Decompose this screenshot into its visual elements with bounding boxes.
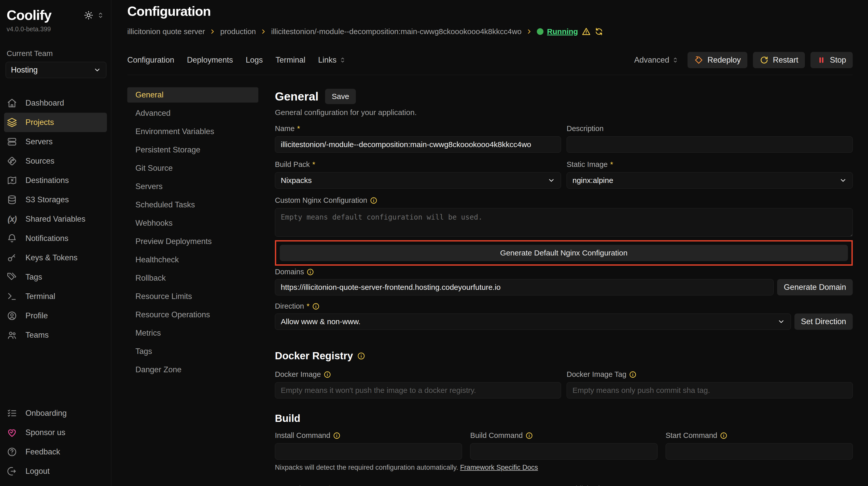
info-icon[interactable] [357,352,365,360]
start-command-label: Start Command [665,431,717,440]
subnav-rollback[interactable]: Rollback [127,270,258,286]
info-icon[interactable] [333,432,341,440]
sidebar-item-feedback[interactable]: Feedback [4,442,107,461]
subnav-advanced[interactable]: Advanced [127,106,258,121]
theme-toggle-sun-icon[interactable] [84,11,93,20]
domains-input[interactable] [275,279,774,295]
sidebar-footer: Onboarding Sponsor us Feedback Logout [4,403,107,481]
tab-bar: Configuration Deployments Logs Terminal … [127,52,853,75]
subnav-git-source[interactable]: Git Source [127,161,258,176]
sidebar-item-onboarding[interactable]: Onboarding [4,403,107,423]
tab-configuration[interactable]: Configuration [127,56,174,65]
install-command-input[interactable] [275,443,462,459]
sidebar-item-servers[interactable]: Servers [4,132,107,152]
key-icon [7,253,17,263]
subnav-scheduled-tasks[interactable]: Scheduled Tasks [127,197,258,213]
subnav-persistent-storage[interactable]: Persistent Storage [127,142,258,158]
home-icon [7,98,17,108]
sidebar-item-projects[interactable]: Projects [4,113,107,132]
chevron-right-icon [526,28,533,35]
subnav-metrics[interactable]: Metrics [127,325,258,341]
subnav-tags[interactable]: Tags [127,344,258,359]
subnav-healthcheck[interactable]: Healthcheck [127,252,258,267]
sidebar-item-keys-tokens[interactable]: Keys & Tokens [4,248,107,267]
subnav-resource-operations[interactable]: Resource Operations [127,307,258,322]
start-command-input[interactable] [665,443,853,459]
info-icon[interactable] [312,302,320,310]
git-source-icon [7,156,17,166]
chevrons-up-down-icon [339,57,346,64]
sidebar-item-dashboard[interactable]: Dashboard [4,93,107,113]
tab-logs[interactable]: Logs [246,56,263,65]
name-input[interactable] [275,136,561,153]
build-command-input[interactable] [470,443,657,459]
static-image-select[interactable]: nginx:alpine [567,172,853,189]
subnav-servers[interactable]: Servers [127,179,258,194]
info-icon[interactable] [720,432,727,440]
coolify-app: Coolify v4.0.0-beta.399 Current Team Hos… [0,0,868,486]
custom-nginx-textarea[interactable] [275,208,853,237]
info-icon[interactable] [307,268,314,276]
info-icon[interactable] [323,371,331,378]
subnav-webhooks[interactable]: Webhooks [127,216,258,231]
sidebar-item-tags[interactable]: Tags [4,267,107,287]
general-form: General Save General configuration for y… [275,87,853,486]
sidebar-item-logout[interactable]: Logout [4,461,107,481]
tab-deployments[interactable]: Deployments [187,56,233,65]
sidebar-item-sponsor[interactable]: Sponsor us [4,423,107,442]
breadcrumb-project[interactable]: illicitonion quote server [127,27,205,36]
sidebar-item-s3-storages[interactable]: S3 Storages [4,190,107,209]
subnav-resource-limits[interactable]: Resource Limits [127,289,258,304]
status-running-link[interactable]: Running [547,27,578,36]
sidebar-item-teams[interactable]: Teams [4,325,107,345]
set-direction-button[interactable]: Set Direction [795,314,853,330]
framework-docs-link[interactable]: Framework Specific Docs [460,464,538,471]
sidebar-item-label: Teams [26,330,49,340]
build-pack-label: Build Pack [275,160,310,169]
breadcrumb-environment[interactable]: production [220,27,256,36]
generate-domain-button[interactable]: Generate Domain [777,279,853,295]
tab-links[interactable]: Links [318,56,346,65]
breadcrumb-application[interactable]: illicitestonion/-module--decomposition:m… [271,27,522,36]
sidebar-item-shared-variables[interactable]: (x) Shared Variables [4,209,107,229]
sidebar-item-label: Dashboard [26,98,64,108]
stop-button[interactable]: Stop [810,52,853,68]
info-icon[interactable] [629,371,637,378]
sidebar-item-terminal[interactable]: Terminal [4,287,107,306]
terminal-icon [7,291,17,301]
subnav-general[interactable]: General [127,87,258,102]
refresh-icon[interactable] [594,27,603,36]
info-icon[interactable] [370,197,377,204]
docker-image-tag-input[interactable] [567,382,853,398]
team-select[interactable]: Hosting [6,62,106,78]
sidebar-item-label: Feedback [26,447,60,456]
direction-select[interactable]: Allow www & non-www. [275,314,791,330]
redeploy-button[interactable]: Redeploy [687,52,747,68]
build-pack-select[interactable]: Nixpacks [275,172,561,189]
docker-image-input[interactable] [275,382,561,398]
warning-triangle-icon[interactable] [582,27,591,36]
tab-terminal[interactable]: Terminal [276,56,306,65]
generate-nginx-config-button[interactable]: Generate Default Nginx Configuration [280,245,848,261]
app-logo: Coolify [7,7,52,23]
sidebar-item-notifications[interactable]: Notifications [4,229,107,248]
name-label: Name [275,124,294,133]
sidebar-item-destinations[interactable]: Destinations [4,171,107,190]
sidebar-item-label: Logout [26,467,50,476]
info-icon[interactable] [326,485,334,486]
sidebar-item-sources[interactable]: Sources [4,152,107,171]
subnav-preview-deployments[interactable]: Preview Deployments [127,234,258,249]
nixpacks-note-text: Nixpacks will detect the required config… [275,464,458,471]
help-circle-icon [7,447,17,457]
restart-button[interactable]: Restart [753,52,805,68]
subnav-danger-zone[interactable]: Danger Zone [127,362,258,377]
subnav-environment-variables[interactable]: Environment Variables [127,124,258,139]
info-icon[interactable] [525,432,533,440]
description-input[interactable] [567,136,853,153]
status-dot [537,28,544,35]
build-heading: Build [275,413,853,424]
advanced-dropdown[interactable]: Advanced [634,56,679,65]
sidebar-item-profile[interactable]: Profile [4,306,107,325]
save-button[interactable]: Save [325,89,355,104]
theme-select-chevrons-icon[interactable] [97,11,104,19]
